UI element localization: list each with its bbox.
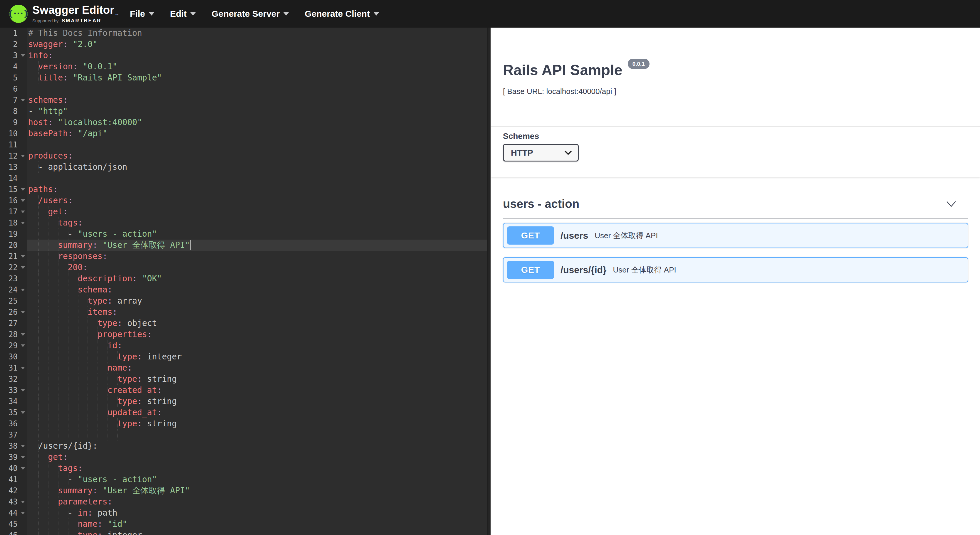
code-line[interactable] bbox=[27, 173, 487, 184]
code-line[interactable]: name: bbox=[27, 362, 487, 373]
code-line[interactable]: updated_at: bbox=[27, 407, 487, 418]
fold-toggle-icon[interactable] bbox=[21, 199, 25, 202]
fold-toggle-icon[interactable] bbox=[21, 367, 25, 369]
tag-section-header[interactable]: users - action bbox=[503, 197, 968, 219]
code-line[interactable]: type: string bbox=[27, 396, 487, 407]
fold-toggle-icon[interactable] bbox=[21, 467, 25, 470]
code-line-text: paths: bbox=[28, 184, 58, 194]
code-line[interactable]: - "users - action" bbox=[27, 474, 487, 485]
fold-toggle-icon[interactable] bbox=[21, 456, 25, 459]
indent-guide bbox=[58, 306, 59, 318]
operation-row[interactable]: GET/usersUser 全体取得 API bbox=[503, 223, 968, 248]
indent-guide bbox=[68, 295, 68, 306]
fold-toggle-icon[interactable] bbox=[21, 54, 25, 57]
fold-toggle-icon[interactable] bbox=[21, 311, 25, 314]
code-line[interactable]: type: integer bbox=[27, 530, 487, 535]
menu-generate-client[interactable]: Generate Client bbox=[305, 9, 379, 19]
operation-row[interactable]: GET/users/{id}User 全体取得 API bbox=[503, 257, 968, 283]
code-line[interactable]: # This Docs Information bbox=[27, 28, 487, 39]
indent-guide bbox=[78, 396, 78, 407]
indent-guide bbox=[108, 407, 108, 418]
line-number: 3 bbox=[0, 50, 27, 61]
menu-edit[interactable]: Edit bbox=[170, 9, 196, 19]
code-line[interactable]: summary: "User 全体取得 API" bbox=[27, 240, 487, 251]
code-line[interactable]: title: "Rails API Sample" bbox=[27, 72, 487, 83]
fold-toggle-icon[interactable] bbox=[21, 211, 25, 213]
indent-guide bbox=[38, 452, 39, 463]
fold-toggle-icon[interactable] bbox=[21, 389, 25, 392]
editor-code[interactable]: # This Docs Informationswagger: "2.0"inf… bbox=[27, 28, 487, 535]
code-line[interactable]: type: integer bbox=[27, 351, 487, 362]
code-line[interactable]: basePath: "/api" bbox=[27, 128, 487, 139]
code-line[interactable] bbox=[27, 429, 487, 440]
fold-toggle-icon[interactable] bbox=[21, 222, 25, 224]
indent-guide bbox=[38, 240, 39, 251]
editor-scrollbar[interactable] bbox=[487, 28, 491, 535]
line-number: 10 bbox=[0, 128, 27, 139]
yaml-editor[interactable]: 1234567891011121314151617181920212223242… bbox=[0, 28, 491, 535]
line-number: 5 bbox=[0, 72, 27, 83]
fold-toggle-icon[interactable] bbox=[21, 333, 25, 336]
code-line[interactable]: summary: "User 全体取得 API" bbox=[27, 485, 487, 496]
line-number: 9 bbox=[0, 117, 27, 128]
code-line[interactable]: id: bbox=[27, 340, 487, 351]
fold-toggle-icon[interactable] bbox=[21, 289, 25, 291]
code-line[interactable]: - "users - action" bbox=[27, 229, 487, 240]
code-line[interactable]: parameters: bbox=[27, 496, 487, 507]
fold-toggle-icon[interactable] bbox=[21, 188, 25, 191]
code-line[interactable] bbox=[27, 83, 487, 95]
indent-guide bbox=[88, 373, 88, 385]
code-line[interactable]: - application/json bbox=[27, 162, 487, 173]
fold-toggle-icon[interactable] bbox=[21, 512, 25, 514]
code-line[interactable]: tags: bbox=[27, 463, 487, 474]
fold-toggle-icon[interactable] bbox=[21, 99, 25, 102]
indent-guide bbox=[38, 284, 39, 295]
code-line[interactable]: schemes: bbox=[27, 95, 487, 106]
code-line[interactable]: description: "OK" bbox=[27, 273, 487, 284]
scheme-select[interactable]: HTTP bbox=[503, 144, 579, 162]
operation-path[interactable]: /users bbox=[560, 230, 588, 241]
code-line[interactable]: /users/{id}: bbox=[27, 440, 487, 452]
code-line[interactable]: /users: bbox=[27, 195, 487, 206]
code-line[interactable]: swagger: "2.0" bbox=[27, 39, 487, 50]
code-line[interactable]: version: "0.0.1" bbox=[27, 61, 487, 72]
code-line[interactable]: - "http" bbox=[27, 106, 487, 117]
caret-down-icon bbox=[283, 12, 289, 16]
fold-toggle-icon[interactable] bbox=[21, 344, 25, 347]
menu-file[interactable]: File bbox=[130, 9, 154, 19]
fold-toggle-icon[interactable] bbox=[21, 411, 25, 414]
code-line[interactable]: type: array bbox=[27, 295, 487, 306]
code-line[interactable]: 200: bbox=[27, 262, 487, 273]
code-line[interactable]: type: string bbox=[27, 418, 487, 429]
code-line[interactable]: type: object bbox=[27, 318, 487, 329]
indent-guide bbox=[58, 295, 59, 306]
fold-toggle-icon[interactable] bbox=[21, 501, 25, 503]
operation-path[interactable]: /users/{id} bbox=[560, 265, 607, 275]
fold-toggle-icon[interactable] bbox=[21, 255, 25, 258]
code-line[interactable]: tags: bbox=[27, 217, 487, 229]
editor-gutter: 1234567891011121314151617181920212223242… bbox=[0, 28, 27, 535]
code-line[interactable]: info: bbox=[27, 50, 487, 61]
fold-toggle-icon[interactable] bbox=[21, 266, 25, 269]
code-line[interactable]: get: bbox=[27, 206, 487, 217]
line-number: 14 bbox=[0, 173, 27, 184]
code-line[interactable]: produces: bbox=[27, 150, 487, 162]
code-line[interactable]: responses: bbox=[27, 251, 487, 262]
code-line[interactable]: created_at: bbox=[27, 385, 487, 396]
fold-toggle-icon[interactable] bbox=[21, 445, 25, 448]
braces-glyph: {···} bbox=[8, 9, 29, 18]
code-line[interactable]: get: bbox=[27, 452, 487, 463]
code-line[interactable]: schema: bbox=[27, 284, 487, 295]
code-line[interactable]: properties: bbox=[27, 329, 487, 340]
code-line[interactable]: name: "id" bbox=[27, 519, 487, 530]
fold-toggle-icon[interactable] bbox=[21, 155, 25, 157]
code-line[interactable]: type: string bbox=[27, 373, 487, 385]
code-line[interactable] bbox=[27, 139, 487, 150]
code-line[interactable]: host: "localhost:40000" bbox=[27, 117, 487, 128]
indent-guide bbox=[117, 396, 118, 407]
menu-generate-server[interactable]: Generate Server bbox=[212, 9, 289, 19]
chevron-down-icon[interactable] bbox=[945, 198, 958, 211]
code-line[interactable]: paths: bbox=[27, 184, 487, 195]
code-line[interactable]: items: bbox=[27, 306, 487, 318]
code-line[interactable]: - in: path bbox=[27, 507, 487, 519]
